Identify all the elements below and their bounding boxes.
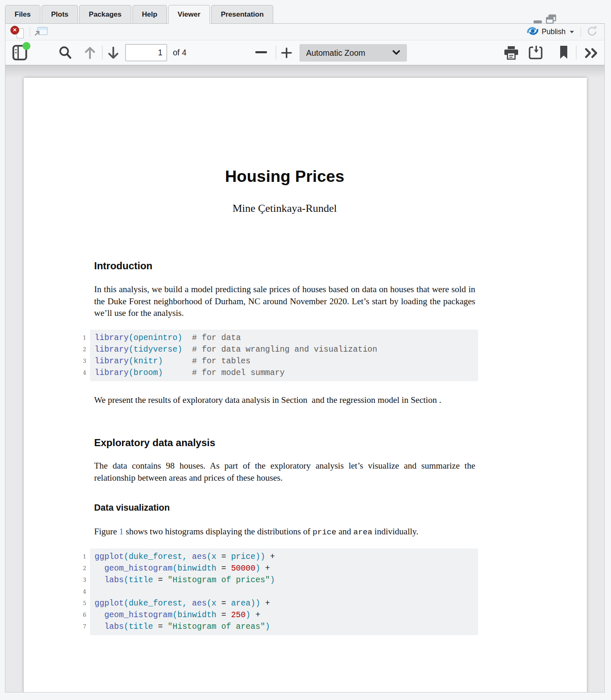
section-heading-eda: Exploratory data analysis — [94, 437, 215, 449]
line-number: 7 — [74, 621, 86, 633]
line-number: 5 — [74, 598, 86, 609]
tab-files[interactable]: Files — [5, 5, 40, 24]
popout-arrow-icon — [34, 30, 40, 38]
document-content: Housing Prices Mine Çetinkaya-Rundel Int… — [94, 78, 475, 692]
tab-packages[interactable]: Packages — [79, 5, 131, 24]
tab-viewer[interactable]: Viewer — [168, 5, 210, 24]
tab-plots[interactable]: Plots — [42, 5, 78, 24]
document-author: Mine Çetinkaya-Rundel — [94, 202, 475, 215]
paragraph: In this analysis, we build a model predi… — [94, 283, 475, 319]
code-block-ggplot: 1ggplot(duke_forest, aes(x = price)) +2 … — [90, 549, 478, 635]
zoom-select[interactable]: Automatic Zoom — [299, 44, 407, 62]
toolbar-more-button[interactable] — [584, 47, 600, 60]
line-number: 3 — [74, 355, 86, 367]
code-line: 3 labs(title = "Histogram of prices") — [95, 574, 478, 586]
download-icon — [528, 54, 544, 61]
line-number: 3 — [74, 574, 86, 586]
paragraph: We present the results of exploratory da… — [94, 394, 475, 406]
code-line: 7 labs(title = "Histogram of areas") — [95, 621, 478, 633]
next-page-button[interactable] — [106, 45, 120, 63]
line-number: 4 — [74, 367, 86, 379]
separator — [581, 27, 581, 37]
separator — [276, 46, 276, 60]
paragraph: The data contains 98 houses. As part of … — [94, 460, 475, 484]
bookmark-icon — [559, 54, 568, 61]
toggle-sidebar-button[interactable] — [12, 45, 29, 62]
publish-label: Publish — [542, 27, 566, 36]
section-heading-introduction: Introduction — [94, 260, 152, 272]
code-line: 3library(knitr) # for tables — [95, 355, 478, 367]
line-number: 1 — [74, 332, 86, 344]
close-icon: ✕ — [10, 26, 19, 35]
paragraph: Figure 1 shows two histograms displaying… — [94, 526, 475, 539]
document-title: Housing Prices — [94, 167, 475, 186]
publish-caret-icon — [570, 31, 574, 33]
double-chevron-icon — [584, 53, 600, 60]
subsection-heading-data-visualization: Data visualization — [94, 503, 170, 513]
open-in-new-window-button[interactable] — [34, 26, 47, 38]
page-number-input[interactable] — [125, 44, 167, 61]
line-number: 2 — [74, 344, 86, 355]
line-number: 2 — [74, 563, 86, 574]
publish-icon — [526, 27, 539, 37]
arrow-up-icon — [83, 55, 97, 62]
chevron-down-icon — [392, 49, 400, 57]
code-block-libraries: 1library(openintro) # for data2library(t… — [90, 330, 478, 381]
tab-help[interactable]: Help — [132, 5, 167, 24]
code-line: 4library(broom) # for model summary — [95, 367, 478, 379]
publish-button[interactable]: Publish — [524, 25, 576, 38]
zoom-in-icon[interactable] — [280, 46, 293, 61]
refresh-button[interactable] — [585, 25, 599, 39]
search-icon — [58, 55, 72, 62]
code-line: 6 geom_histogram(binwidth = 250) + — [95, 609, 478, 621]
pdf-page: Housing Prices Mine Çetinkaya-Rundel Int… — [24, 78, 587, 692]
code-line: 4 — [95, 586, 478, 598]
zoom-out-icon[interactable] — [255, 51, 267, 53]
code-line: 2library(tidyverse) # for data wrangling… — [95, 344, 478, 355]
refresh-icon — [586, 25, 599, 39]
code-line: 1ggplot(duke_forest, aes(x = price)) + — [95, 551, 478, 563]
pdf-viewer-area: Housing Prices Mine Çetinkaya-Rundel Int… — [5, 65, 604, 692]
viewer-toolbar: ✕ Publish — [5, 24, 604, 40]
separator — [30, 27, 30, 37]
find-button[interactable] — [58, 45, 72, 62]
page-count-label: of 4 — [173, 40, 187, 65]
print-button[interactable] — [504, 46, 519, 62]
close-viewer-button[interactable]: ✕ — [10, 25, 25, 39]
previous-page-button[interactable] — [83, 45, 97, 63]
tab-presentation[interactable]: Presentation — [211, 5, 273, 24]
line-number: 6 — [74, 609, 86, 621]
status-green-dot — [22, 42, 30, 50]
separator — [576, 46, 576, 60]
pdf-toolbar: of 4 Automatic Zoom — [5, 40, 604, 65]
print-icon — [504, 54, 519, 61]
separator — [102, 46, 102, 60]
viewer-pane: ✕ Publish — [5, 24, 605, 693]
arrow-down-icon — [106, 55, 120, 62]
zoom-select-value: Automatic Zoom — [306, 48, 392, 58]
line-number: 4 — [74, 586, 86, 598]
code-line: 1library(openintro) # for data — [95, 332, 478, 344]
code-line: 5ggplot(duke_forest, aes(x = area)) + — [95, 598, 478, 609]
line-number: 1 — [74, 551, 86, 563]
download-button[interactable] — [528, 45, 544, 62]
pane-tabbar: Files Plots Packages Help Viewer Present… — [5, 4, 605, 24]
bookmark-button[interactable] — [559, 45, 568, 61]
figure-1-link[interactable]: 1 — [119, 526, 124, 536]
code-line: 2 geom_histogram(binwidth = 50000) + — [95, 563, 478, 574]
minimize-icon[interactable] — [534, 20, 542, 23]
